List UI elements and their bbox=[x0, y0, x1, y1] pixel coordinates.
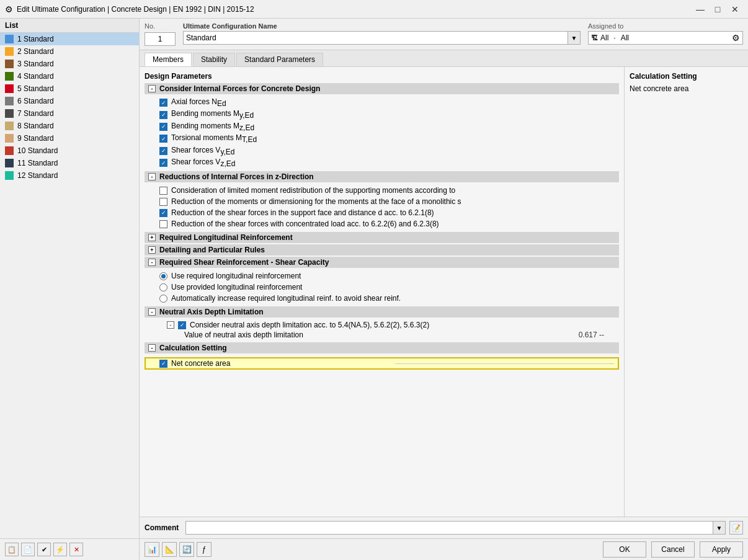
no-label: No. bbox=[145, 22, 176, 30]
label-shear-conc: Reduction of the shear forces with conce… bbox=[171, 220, 614, 228]
cb-torsional[interactable]: ✓ bbox=[159, 135, 167, 143]
list-item-2[interactable]: 2 Standard bbox=[0, 45, 139, 58]
section-calc-setting-content: ✓ Net concrete area bbox=[145, 355, 619, 373]
label-bending-my: Bending moments My,Ed bbox=[171, 109, 614, 120]
list-item-3[interactable]: 3 Standard bbox=[0, 58, 139, 70]
tab-stability[interactable]: Stability bbox=[193, 53, 235, 66]
section-internal-forces-content: ✓ Axial forces NEd ✓ Bending moments My,… bbox=[145, 96, 619, 171]
radio-req-long[interactable] bbox=[159, 272, 167, 280]
radio-auto-inc[interactable] bbox=[159, 295, 167, 303]
section-internal-forces[interactable]: - Consider Internal Forces for Concrete … bbox=[145, 83, 619, 94]
label-moment-redist: Consideration of limited moment redistri… bbox=[171, 186, 614, 195]
list-item-color-7 bbox=[5, 109, 14, 118]
comment-label: Comment bbox=[145, 523, 182, 532]
list-item-color-10 bbox=[5, 146, 14, 155]
calc-setting-panel: Calculation Setting Net concrete area bbox=[624, 67, 748, 517]
neutral-axis-value-row: Value of neutral axis depth limitation 0… bbox=[145, 330, 619, 340]
maximize-button[interactable]: □ bbox=[710, 3, 726, 16]
toggle-shear-reinf[interactable]: - bbox=[148, 259, 156, 266]
cb-bending-my[interactable]: ✓ bbox=[159, 111, 167, 119]
label-bending-mz: Bending moments Mz,Ed bbox=[171, 122, 614, 132]
section-shear-reinf-label: Required Shear Reinforcement - Shear Cap… bbox=[159, 258, 329, 267]
comment-action-button[interactable]: 📝 bbox=[729, 521, 743, 535]
close-button[interactable]: ✕ bbox=[727, 3, 743, 16]
section-long-reinf[interactable]: + Required Longitudinal Reinforcement bbox=[145, 232, 619, 243]
section-neutral-axis-label: Neutral Axis Depth Limitation bbox=[159, 308, 264, 316]
name-dropdown-button[interactable]: ▼ bbox=[568, 32, 580, 44]
radio-prov-long[interactable] bbox=[159, 283, 167, 291]
label-moment-face: Reduction of the moments or dimensioning… bbox=[171, 197, 614, 206]
label-radio-prov-long: Use provided longitudinal reinforcement bbox=[171, 283, 614, 291]
name-combo[interactable]: ▼ bbox=[183, 31, 581, 45]
toggle-neutral-axis[interactable]: - bbox=[148, 308, 156, 316]
no-section: No. 1 bbox=[145, 22, 176, 46]
section-calc-setting-label: Calculation Setting bbox=[159, 344, 227, 352]
list-item-8[interactable]: 8 Standard bbox=[0, 120, 139, 132]
section-neutral-axis[interactable]: - Neutral Axis Depth Limitation bbox=[145, 306, 619, 318]
minimize-button[interactable]: — bbox=[692, 3, 708, 16]
section-shear-reinf[interactable]: - Required Shear Reinforcement - Shear C… bbox=[145, 257, 619, 268]
cb-bending-mz[interactable]: ✓ bbox=[159, 123, 167, 131]
assigned-dot: · bbox=[613, 33, 615, 42]
cb-neutral-axis[interactable]: ✓ bbox=[178, 321, 186, 329]
cb-net-concrete[interactable]: ✓ bbox=[159, 360, 167, 368]
list-item-7[interactable]: 7 Standard bbox=[0, 107, 139, 120]
add-button[interactable]: 📋 bbox=[5, 543, 19, 556]
comment-combo[interactable]: ▼ bbox=[185, 521, 726, 535]
list-item-5[interactable]: 5 Standard bbox=[0, 82, 139, 95]
toggle-long-reinf[interactable]: + bbox=[148, 234, 156, 241]
left-panel: List 1 Standard2 Standard3 Standard4 Sta… bbox=[0, 19, 140, 560]
cb-shear-support[interactable]: ✓ bbox=[159, 209, 167, 217]
cb-shear-vy[interactable]: ✓ bbox=[159, 147, 167, 155]
assigned-config-button[interactable]: ⚙ bbox=[732, 33, 740, 43]
toggle-detailing[interactable]: + bbox=[148, 246, 156, 254]
toggle-neutral-axis-sub[interactable]: - bbox=[167, 321, 174, 329]
check-button[interactable]: ✔ bbox=[37, 543, 51, 556]
param-shear-conc: Reduction of the shear forces with conce… bbox=[145, 218, 619, 229]
list-item-6[interactable]: 6 Standard bbox=[0, 95, 139, 107]
tab-standard-parameters[interactable]: Standard Parameters bbox=[236, 53, 323, 66]
tool-btn-2[interactable]: 📐 bbox=[162, 542, 177, 557]
comment-dropdown-button[interactable]: ▼ bbox=[713, 522, 725, 534]
list-item-4[interactable]: 4 Standard bbox=[0, 70, 139, 82]
label-axial-forces: Axial forces NEd bbox=[171, 97, 614, 108]
tool-btn-3[interactable]: 🔄 bbox=[179, 542, 194, 557]
list-item-label-7: 7 Standard bbox=[17, 109, 54, 118]
cb-moment-face[interactable] bbox=[159, 198, 167, 206]
cb-shear-conc[interactable] bbox=[159, 220, 167, 228]
copy-button[interactable]: 📄 bbox=[21, 543, 35, 556]
name-input[interactable] bbox=[184, 33, 568, 42]
lightning-button[interactable]: ⚡ bbox=[53, 543, 67, 556]
list-item-color-11 bbox=[5, 159, 14, 167]
cb-shear-vz[interactable]: ✓ bbox=[159, 159, 167, 167]
list-item-12[interactable]: 12 Standard bbox=[0, 169, 139, 182]
delete-button[interactable]: ✕ bbox=[69, 543, 83, 556]
toggle-reductions[interactable]: - bbox=[148, 173, 156, 180]
list-item-9[interactable]: 9 Standard bbox=[0, 132, 139, 144]
section-internal-forces-label: Consider Internal Forces for Concrete De… bbox=[159, 84, 320, 93]
apply-button[interactable]: Apply bbox=[700, 541, 743, 558]
bottom-bar: 📊 📐 🔄 ƒ OK Cancel Apply bbox=[140, 538, 748, 560]
list-item-10[interactable]: 10 Standard bbox=[0, 144, 139, 157]
toggle-internal-forces[interactable]: - bbox=[148, 85, 156, 92]
list-item-1[interactable]: 1 Standard bbox=[0, 33, 139, 45]
tool-btn-4[interactable]: ƒ bbox=[197, 542, 211, 557]
cb-moment-redist[interactable] bbox=[159, 187, 167, 195]
section-calc-setting[interactable]: - Calculation Setting bbox=[145, 342, 619, 353]
no-input[interactable]: 1 bbox=[145, 32, 176, 46]
tab-members[interactable]: Members bbox=[145, 53, 192, 66]
list-item-color-4 bbox=[5, 72, 14, 81]
list-item-color-9 bbox=[5, 134, 14, 143]
tool-btn-1[interactable]: 📊 bbox=[145, 542, 159, 557]
cancel-button[interactable]: Cancel bbox=[651, 541, 695, 558]
list-item-color-3 bbox=[5, 60, 14, 68]
list-item-label-9: 9 Standard bbox=[17, 134, 54, 143]
list-item-label-2: 2 Standard bbox=[17, 47, 54, 56]
comment-input[interactable] bbox=[186, 523, 713, 532]
cb-axial-forces[interactable]: ✓ bbox=[159, 99, 167, 107]
ok-button[interactable]: OK bbox=[603, 541, 646, 558]
toggle-calc-setting[interactable]: - bbox=[148, 344, 156, 352]
section-reductions[interactable]: - Reductions of Internal Forces in z-Dir… bbox=[145, 171, 619, 182]
list-item-11[interactable]: 11 Standard bbox=[0, 157, 139, 169]
section-detailing[interactable]: + Detailing and Particular Rules bbox=[145, 244, 619, 256]
